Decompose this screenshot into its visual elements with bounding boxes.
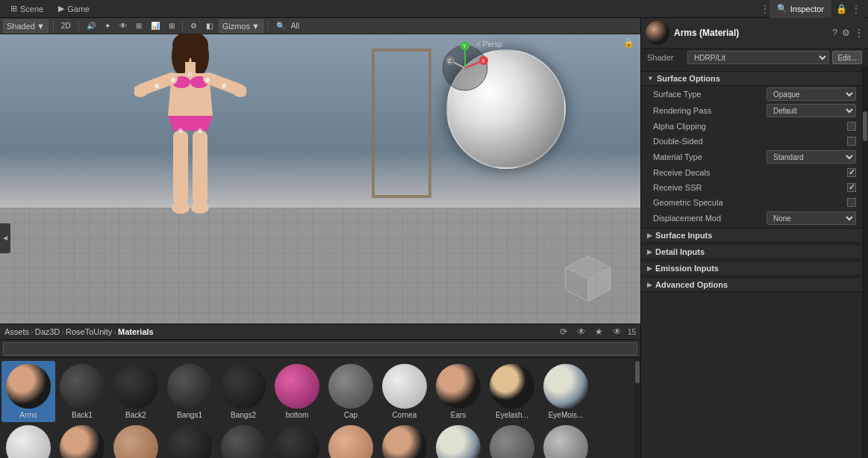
collapse-panel-button[interactable]: ◀ xyxy=(0,223,10,253)
inspector-tab-label: Inspector xyxy=(790,4,824,13)
double-sided-checkbox[interactable] xyxy=(847,137,856,146)
receive-decals-label: Receive Decals xyxy=(653,168,847,177)
material-more-icon[interactable]: ⋮ xyxy=(855,28,864,38)
breadcrumb-materials[interactable]: Materials xyxy=(118,327,154,336)
shader-select[interactable]: HDRP/Lit xyxy=(687,51,829,64)
viewport-area: Shaded ▼ 2D 🔊 ✦ 👁 ⊞ 📊 ⊞ ⚙ ◧ Gizmos ▼ 🔍 A… xyxy=(0,18,640,458)
material-icon xyxy=(646,21,669,45)
asset-item-ears[interactable]: Ears xyxy=(431,361,485,422)
search-input[interactable] xyxy=(3,342,637,356)
grid-icon[interactable]: ⊞ xyxy=(166,19,178,34)
asset-item-cornea[interactable]: Cornea xyxy=(378,361,431,422)
material-header: Arms (Material) ? ⚙ ⋮ xyxy=(641,18,868,49)
vt-sep1 xyxy=(53,21,54,31)
stats-icon[interactable]: 📊 xyxy=(148,19,163,34)
receive-decals-checkbox[interactable] xyxy=(847,168,856,177)
asset-item-arms[interactable]: Arms xyxy=(1,361,55,422)
asset-item-metal[interactable]: metal xyxy=(485,422,539,458)
breadcrumb-rosetounity[interactable]: RoseToUnity xyxy=(66,327,112,336)
breadcrumb-assets[interactable]: Assets xyxy=(4,327,29,336)
asset-item-legs[interactable]: Legs xyxy=(378,422,431,458)
viewport-lock-icon[interactable]: 🔒 xyxy=(623,37,634,48)
breadcrumb: Assets › Daz3D › RoseToUnity › Materials xyxy=(4,327,154,336)
rendering-pass-select[interactable]: Default xyxy=(766,104,856,117)
section-advanced-options[interactable]: ▶ Advanced Options xyxy=(641,277,862,292)
material-settings-icon[interactable]: ⚙ xyxy=(842,28,850,38)
receive-ssr-checkbox[interactable] xyxy=(847,183,856,192)
asset-item-eyemois1[interactable]: EyeMois... xyxy=(539,361,593,422)
section-emission-inputs[interactable]: ▶ Emission Inputs xyxy=(641,261,862,276)
view-icon[interactable]: ◧ xyxy=(203,19,216,34)
surface-type-select[interactable]: Opaque xyxy=(766,87,856,101)
top-more-icon[interactable]: ⋮ xyxy=(761,4,769,14)
asset-grid: Arms Back1 Back2 Bangs1 xyxy=(0,358,634,458)
audio-icon[interactable]: 🔊 xyxy=(84,19,99,34)
inspector-scrollbar[interactable] xyxy=(862,66,868,458)
asset-label-ears: Ears xyxy=(451,411,466,419)
wood-frame xyxy=(372,49,431,198)
material-help-icon[interactable]: ? xyxy=(832,28,837,38)
asset-thumb-ears xyxy=(436,364,481,409)
svg-rect-12 xyxy=(173,131,188,205)
asset-item-eyemois2[interactable]: EyeMois... xyxy=(1,422,55,458)
asset-scrollbar[interactable] xyxy=(634,358,640,458)
asset-label-back2: Back2 xyxy=(125,411,146,419)
asset-item-irises[interactable]: Irises xyxy=(324,422,378,458)
asset-item-lips[interactable]: Lips xyxy=(431,422,485,458)
asset-item-face[interactable]: Face xyxy=(109,422,163,458)
asset-item-eysoc[interactable]: EySoc... xyxy=(55,422,109,458)
effects-icon[interactable]: ✦ xyxy=(102,19,113,34)
2d-button[interactable]: 2D xyxy=(58,19,74,34)
shader-label: Shader xyxy=(647,53,684,62)
asset-item-eyelash[interactable]: Eyelash... xyxy=(485,361,539,422)
prop-receive-decals: Receive Decals xyxy=(641,165,862,180)
top-tab-bar: ⊞ Scene ▶ Game ⋮ 🔍 Inspector 🔒 ⋮ xyxy=(0,0,868,18)
prop-geometric-specula: Geometric Specula xyxy=(641,195,862,210)
eye-icon[interactable]: 👁 xyxy=(574,327,589,337)
advanced-options-title: Advanced Options xyxy=(655,280,728,289)
svg-point-24 xyxy=(198,129,202,133)
shaded-dropdown[interactable]: Shaded ▼ xyxy=(3,19,49,33)
sync-icon[interactable]: ⟳ xyxy=(556,327,571,337)
displacement-mod-select[interactable]: None xyxy=(766,211,856,225)
asset-item-metal1[interactable]: metal_1 xyxy=(539,422,593,458)
visibility-icon[interactable]: 👁 xyxy=(116,19,130,34)
section-detail-inputs[interactable]: ▶ Detail Inputs xyxy=(641,244,862,259)
tools-icon[interactable]: ⚙ xyxy=(187,19,200,34)
asset-item-front1[interactable]: Front1 xyxy=(216,422,270,458)
asset-item-cap[interactable]: Cap xyxy=(324,361,378,422)
asset-thumb-bangs2 xyxy=(221,364,266,409)
breadcrumb-daz3d[interactable]: Daz3D xyxy=(35,327,60,336)
edit-button[interactable]: Edit... xyxy=(832,51,862,64)
section-surface-options[interactable]: ▼ Surface Options xyxy=(641,71,862,86)
asset-item-back2[interactable]: Back2 xyxy=(109,361,163,422)
search-bar xyxy=(0,340,640,358)
material-type-label: Material Type xyxy=(653,152,766,161)
asset-item-bottom[interactable]: bottom xyxy=(270,361,324,422)
tab-scene[interactable]: ⊞ Scene xyxy=(3,0,51,18)
alpha-clipping-checkbox[interactable] xyxy=(847,122,856,131)
tab-inspector[interactable]: 🔍 Inspector xyxy=(769,0,831,18)
search-scene-icon[interactable]: 🔍 xyxy=(273,19,288,34)
3d-viewport[interactable]: < Persp X Y Z 🔒 xyxy=(0,34,640,324)
svg-text:X: X xyxy=(481,58,485,64)
asset-label-bangs1: Bangs1 xyxy=(177,411,202,419)
asset-item-back1[interactable]: Back1 xyxy=(55,361,109,422)
asset-item-bangs2[interactable]: Bangs2 xyxy=(216,361,270,422)
star-icon[interactable]: ★ xyxy=(592,327,607,337)
gizmos-dropdown[interactable]: Gizmos ▼ xyxy=(219,19,263,33)
asset-item-bangs1[interactable]: Bangs1 xyxy=(163,361,216,422)
inspector-lock-icon[interactable]: 🔒 xyxy=(836,4,847,14)
tab-game[interactable]: ▶ Game xyxy=(51,0,97,18)
section-surface-inputs[interactable]: ▶ Surface Inputs xyxy=(641,228,862,243)
geometric-specula-checkbox[interactable] xyxy=(847,198,856,207)
inspector-more-icon[interactable]: ⋮ xyxy=(852,4,861,14)
asset-item-front2[interactable]: Front2 xyxy=(270,422,324,458)
material-type-select[interactable]: Standard xyxy=(766,150,856,164)
scene-tab-icon: ⊞ xyxy=(10,4,17,13)
layers-icon[interactable]: ⊞ xyxy=(133,19,145,34)
asset-thumb-back1 xyxy=(60,364,104,409)
asset-item-fingerna[interactable]: Fingerna... xyxy=(163,422,216,458)
vt-sep2 xyxy=(78,21,79,31)
advanced-options-arrow: ▶ xyxy=(647,281,652,288)
